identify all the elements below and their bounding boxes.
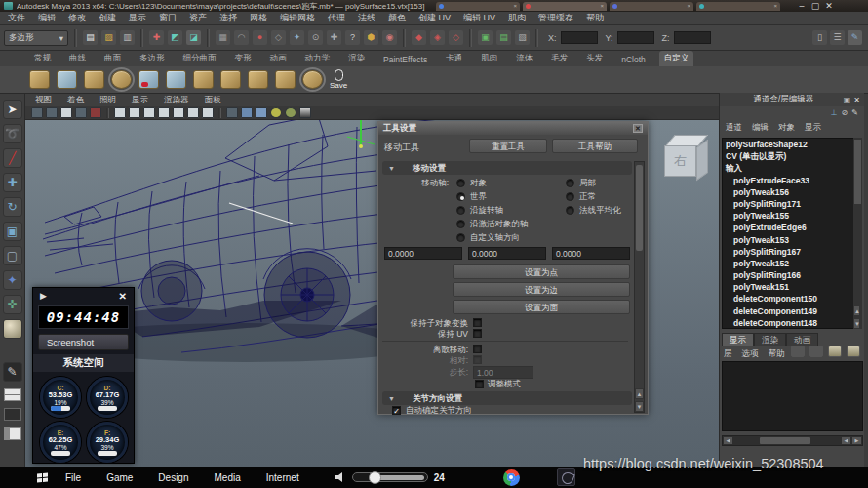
- render-settings-icon[interactable]: ◇: [449, 30, 463, 45]
- paint-select-tool-icon[interactable]: ╱: [3, 148, 22, 168]
- view-cube[interactable]: 右: [664, 135, 709, 182]
- shelf-tab-hair[interactable]: 头发: [581, 51, 608, 66]
- taskbar-item-file[interactable]: File: [65, 472, 81, 483]
- menu-mesh[interactable]: 网格: [250, 12, 267, 24]
- channel-list[interactable]: polySurfaceShape12 CV (单击以显示) 输入 polyExt…: [722, 138, 855, 329]
- shelf-icon[interactable]: [220, 70, 241, 89]
- help-menu[interactable]: 帮助: [769, 348, 785, 360]
- show-manipulator-icon[interactable]: ✜: [3, 295, 22, 314]
- menu-modify[interactable]: 修改: [68, 12, 86, 24]
- shelf-tab-animation[interactable]: 动画: [265, 51, 292, 66]
- snap-to-grid-icon[interactable]: ▦: [216, 30, 230, 45]
- shelf-tab-surfaces[interactable]: 曲面: [99, 51, 126, 66]
- object-menu[interactable]: 对象: [778, 122, 795, 134]
- z-input[interactable]: [674, 31, 711, 44]
- panel-menu-show[interactable]: 显示: [132, 95, 148, 106]
- lasso-tool-icon[interactable]: ➰: [3, 124, 22, 143]
- radio-custom-axis[interactable]: [456, 233, 465, 242]
- radio-along-live-axis[interactable]: [456, 220, 465, 228]
- save-scene-icon[interactable]: ▥: [120, 30, 135, 45]
- panel-close-icon[interactable]: ✕: [853, 96, 860, 104]
- close-button[interactable]: ✕: [822, 1, 836, 11]
- menu-edit-mesh[interactable]: 编辑网格: [280, 12, 315, 24]
- menu-cache[interactable]: 管理缓存: [538, 12, 573, 24]
- channel-item[interactable]: polySurfaceShape12: [723, 139, 854, 150]
- open-scene-icon[interactable]: ▨: [101, 30, 116, 45]
- set-to-face-button[interactable]: 设置为面: [453, 300, 630, 314]
- snap-to-curve-icon[interactable]: ◠: [234, 30, 249, 45]
- select-object-icon[interactable]: ◩: [168, 30, 182, 45]
- layer-tab-render[interactable]: 渲染: [754, 333, 786, 346]
- gradient-bg-icon[interactable]: [299, 107, 311, 118]
- paint-effects-icon[interactable]: ▣: [478, 30, 493, 45]
- taskbar-item-design[interactable]: Design: [158, 472, 188, 483]
- menu-create[interactable]: 创建: [99, 12, 116, 24]
- xray-joints-icon[interactable]: [256, 107, 267, 118]
- move-layer-up-icon[interactable]: [791, 346, 805, 357]
- shelf-tab-fluids[interactable]: 流体: [511, 51, 537, 66]
- start-button[interactable]: [37, 472, 48, 482]
- shelf-tab-rendering[interactable]: 渲染: [343, 51, 370, 66]
- make-live-icon[interactable]: ✦: [290, 30, 304, 45]
- channel-box-toggle-icon[interactable]: ☰: [830, 30, 845, 45]
- attribute-editor-toggle-icon[interactable]: ✎: [848, 30, 862, 45]
- scrollbar-thumb[interactable]: [854, 140, 861, 204]
- radio-normal[interactable]: [566, 192, 574, 201]
- shelf-save-item[interactable]: Save: [330, 69, 347, 90]
- joint-orient-section[interactable]: ▼关节方向设置: [382, 391, 632, 405]
- shelf-icon[interactable]: [57, 70, 77, 89]
- menu-help[interactable]: 帮助: [586, 12, 604, 24]
- edit-menu[interactable]: 编辑: [752, 122, 769, 134]
- radio-normals-average[interactable]: [566, 206, 574, 215]
- tool-help-button[interactable]: 工具帮助: [552, 139, 638, 153]
- menu-color[interactable]: 颜色: [388, 12, 406, 24]
- channel-item[interactable]: 输入: [723, 162, 854, 174]
- channel-item[interactable]: polyTweak151: [723, 281, 854, 293]
- select-hierarchy-icon[interactable]: ✚: [149, 30, 164, 45]
- volume-thumb[interactable]: [369, 471, 381, 484]
- move-layer-down-icon[interactable]: [809, 346, 823, 357]
- shelf-icon[interactable]: [84, 70, 104, 89]
- menu-edit-uv[interactable]: 编辑 UV: [463, 12, 495, 24]
- isolate-select-icon[interactable]: [226, 107, 238, 118]
- shelf-icon[interactable]: [166, 70, 186, 89]
- channel-item[interactable]: polySplitRing171: [723, 198, 854, 210]
- toon-icon[interactable]: ▧: [515, 30, 530, 45]
- radio-object[interactable]: [456, 179, 465, 187]
- screenshot-button[interactable]: Screenshot: [38, 334, 129, 350]
- lights-icon[interactable]: [158, 107, 170, 118]
- shelf-tab-ncloth[interactable]: nCloth: [616, 53, 651, 66]
- set-to-edge-button[interactable]: 设置为边: [453, 282, 630, 297]
- wireframe-icon[interactable]: [114, 107, 126, 118]
- channel-item[interactable]: polyExtrudeFace33: [723, 175, 854, 186]
- axis-y-field[interactable]: 0.0000: [468, 247, 546, 260]
- move-tool-icon[interactable]: ✚: [3, 173, 22, 192]
- layout-persp-outliner-icon[interactable]: [4, 427, 21, 440]
- keep-child-checkbox[interactable]: [473, 318, 482, 327]
- panel-menu-shading[interactable]: 着色: [67, 95, 84, 106]
- panel-menu-panels[interactable]: 面板: [205, 95, 221, 106]
- rotate-tool-icon[interactable]: ↻: [3, 197, 22, 217]
- scroll-up-icon[interactable]: ▲: [853, 305, 860, 316]
- layer-tab-anim[interactable]: 动画: [786, 333, 818, 346]
- browser-tab[interactable]: ×: [523, 2, 607, 11]
- textured-icon[interactable]: [143, 107, 155, 118]
- shelf-icon[interactable]: [248, 70, 268, 89]
- auto-joint-orient-label[interactable]: 自动确定关节方向: [406, 405, 472, 417]
- scale-tool-icon[interactable]: ▣: [3, 222, 22, 241]
- dialog-close-icon[interactable]: ✕: [633, 124, 643, 133]
- layer-tab-display[interactable]: 显示: [722, 333, 754, 346]
- soft-mod-tool-icon[interactable]: ✦: [3, 270, 22, 290]
- channel-box-title-bar[interactable]: 通道盒/层编辑器 ▣ ✕: [720, 93, 864, 106]
- select-tool-icon[interactable]: ➤: [3, 100, 22, 119]
- channel-item[interactable]: deleteComponent148: [723, 317, 854, 329]
- x-input[interactable]: [561, 31, 598, 44]
- snap-to-plane-icon[interactable]: ◇: [271, 30, 286, 45]
- menu-muscle[interactable]: 肌肉: [508, 12, 526, 24]
- radio-world[interactable]: [456, 192, 465, 201]
- scroll-left-end-icon[interactable]: ◀: [842, 437, 850, 444]
- layout-four-pane-icon[interactable]: [4, 388, 21, 401]
- shelf-tab-general[interactable]: 常规: [29, 51, 56, 66]
- menu-edit[interactable]: 编辑: [38, 12, 56, 24]
- browser-tab[interactable]: ×: [696, 2, 780, 11]
